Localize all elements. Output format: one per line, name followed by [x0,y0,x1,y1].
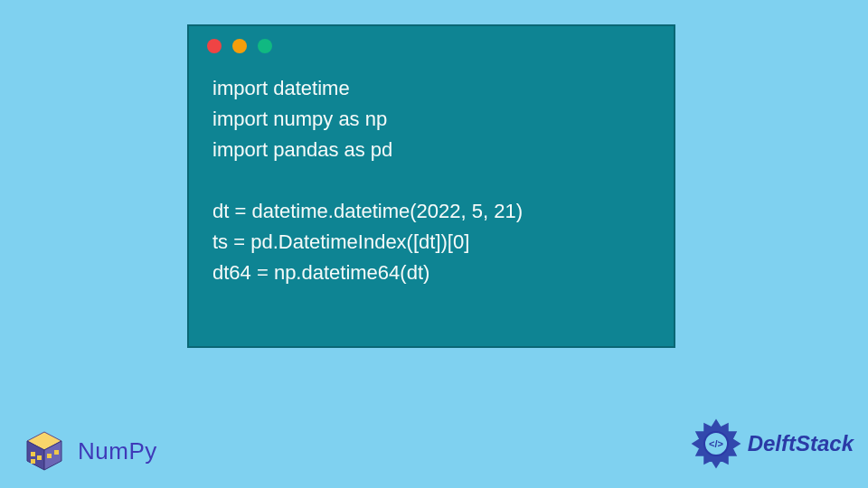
svg-rect-4 [37,455,42,460]
code-line: import numpy as np [212,104,650,135]
close-icon [207,39,222,53]
code-line: dt64 = np.datetime64(dt) [212,258,650,288]
minimize-icon [232,39,247,53]
svg-rect-6 [47,454,52,458]
code-line: import datetime [212,73,650,104]
code-blank [212,165,650,196]
delftstack-mandala-icon: </> [688,416,744,472]
svg-rect-7 [54,450,59,455]
numpy-logo: NumPy [18,425,157,477]
code-window: import datetime import numpy as np impor… [187,24,675,348]
maximize-icon [258,39,272,53]
traffic-lights [189,26,674,61]
numpy-label: NumPy [78,437,157,465]
delftstack-label: DelftStack [748,431,854,456]
svg-rect-5 [31,459,35,464]
code-line: import pandas as pd [212,135,650,165]
svg-rect-3 [31,452,35,456]
numpy-cube-icon [18,425,71,477]
code-content: import datetime import numpy as np impor… [189,61,674,302]
code-line: ts = pd.DatetimeIndex([dt])[0] [212,227,650,258]
svg-text:</>: </> [709,438,723,449]
code-line: dt = datetime.datetime(2022, 5, 21) [212,196,650,227]
delftstack-logo: </> DelftStack [688,416,854,472]
